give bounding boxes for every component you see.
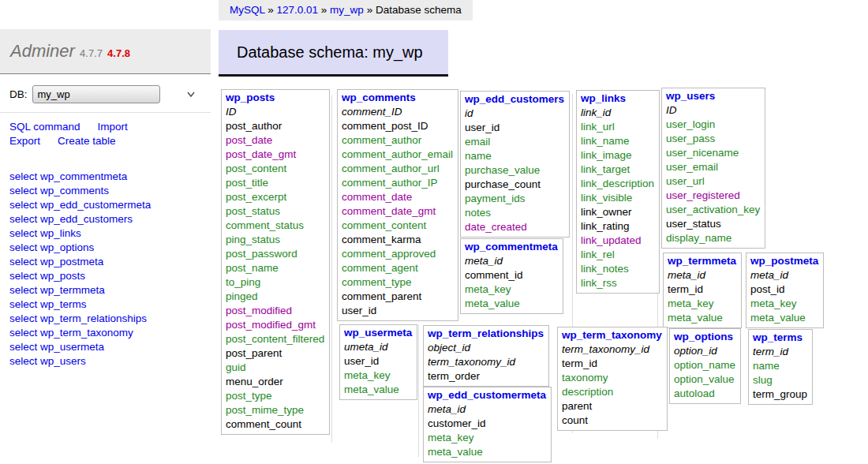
schema-column-term_id: term_id bbox=[668, 283, 736, 297]
schema-column-object_id: object_id bbox=[428, 341, 544, 355]
schema-column-meta_value: meta_value bbox=[668, 311, 736, 325]
schema-column-meta_id: meta_id bbox=[428, 402, 546, 417]
adminer-logo[interactable]: Adminer bbox=[10, 41, 75, 61]
schema-column-post_modified: post_modified bbox=[226, 304, 324, 318]
schema-column-display_name: display_name bbox=[666, 231, 760, 245]
schema-column-user_id: user_id bbox=[465, 121, 564, 135]
table-list-item: select wp_postmeta bbox=[9, 255, 211, 269]
table-list: select wp_commentmetaselect wp_commentss… bbox=[9, 170, 211, 369]
chevron-down-icon bbox=[187, 92, 195, 97]
schema-table-title-wp_commentmeta[interactable]: wp_commentmeta bbox=[465, 240, 558, 254]
schema-column-meta_key: meta_key bbox=[465, 283, 558, 297]
breadcrumb-link[interactable]: 127.0.01 bbox=[277, 4, 319, 16]
schema-table-title-wp_usermeta[interactable]: wp_usermeta bbox=[344, 326, 412, 340]
schema-table-title-wp_term_taxonomy[interactable]: wp_term_taxonomy bbox=[562, 328, 662, 342]
db-select[interactable]: my_wp bbox=[32, 85, 160, 103]
table-link-wp_posts[interactable]: wp_posts bbox=[40, 270, 85, 282]
schema-column-link_visible: link_visible bbox=[581, 191, 654, 205]
schema-column-comment_date_gmt: comment_date_gmt bbox=[342, 204, 453, 219]
table-link-wp_edd_customermeta[interactable]: wp_edd_customermeta bbox=[40, 199, 151, 211]
select-link[interactable]: select bbox=[9, 185, 37, 196]
select-link[interactable]: select bbox=[9, 170, 37, 182]
schema-column-email: email bbox=[465, 135, 564, 149]
schema-table-title-wp_links[interactable]: wp_links bbox=[581, 92, 654, 106]
schema-column-purchase_count: purchase_count bbox=[465, 178, 564, 192]
schema-column-post_id: post_id bbox=[750, 283, 818, 297]
table-list-item: select wp_options bbox=[9, 241, 211, 255]
create-table-link[interactable]: Create table bbox=[58, 135, 116, 147]
schema-column-user_email: user_email bbox=[666, 160, 760, 174]
select-link[interactable]: select bbox=[9, 270, 37, 282]
table-link-wp_users[interactable]: wp_users bbox=[40, 355, 86, 367]
breadcrumb: MySQL » 127.0.01 » my_wp » Database sche… bbox=[219, 0, 473, 21]
schema-table-wp_term_taxonomy: wp_term_taxonomyterm_taxonomy_idterm_idt… bbox=[557, 327, 668, 431]
schema-column-post_password: post_password bbox=[226, 247, 324, 261]
table-list-item: select wp_term_relationships bbox=[9, 312, 211, 326]
schema-column-user_id: user_id bbox=[344, 354, 412, 369]
table-link-wp_options[interactable]: wp_options bbox=[40, 241, 94, 253]
select-link[interactable]: select bbox=[9, 256, 37, 268]
table-link-wp_term_relationships[interactable]: wp_term_relationships bbox=[40, 312, 147, 324]
schema-table-title-wp_edd_customermeta[interactable]: wp_edd_customermeta bbox=[428, 388, 546, 402]
sql-command-link[interactable]: SQL command bbox=[9, 121, 80, 133]
schema-column-date_created: date_created bbox=[465, 220, 564, 234]
schema-table-title-wp_terms[interactable]: wp_terms bbox=[753, 331, 807, 345]
schema-column-link_rel: link_rel bbox=[581, 248, 654, 262]
select-link[interactable]: select bbox=[9, 284, 37, 296]
select-link[interactable]: select bbox=[9, 241, 37, 253]
select-link[interactable]: select bbox=[9, 341, 37, 353]
export-link[interactable]: Export bbox=[9, 135, 40, 147]
schema-column-link_owner: link_owner bbox=[581, 205, 654, 219]
schema-column-option_name: option_name bbox=[674, 358, 735, 372]
schema-column-link_image: link_image bbox=[581, 148, 654, 163]
schema-column-post_modified_gmt: post_modified_gmt bbox=[226, 318, 324, 332]
schema-table-title-wp_options[interactable]: wp_options bbox=[674, 330, 735, 344]
schema-table-title-wp_users[interactable]: wp_users bbox=[666, 89, 760, 103]
table-link-wp_postmeta[interactable]: wp_postmeta bbox=[40, 256, 103, 268]
select-link[interactable]: select bbox=[9, 199, 37, 211]
schema-column-user_pass: user_pass bbox=[666, 132, 760, 146]
table-list-item: select wp_comments bbox=[9, 184, 211, 198]
breadcrumb-link[interactable]: my_wp bbox=[330, 4, 364, 16]
relation-line bbox=[418, 324, 419, 457]
schema-column-parent: parent bbox=[562, 399, 662, 413]
table-list-item: select wp_terms bbox=[9, 297, 211, 312]
schema-column-comment_author_url: comment_author_url bbox=[342, 162, 453, 176]
table-link-wp_usermeta[interactable]: wp_usermeta bbox=[40, 341, 104, 353]
table-link-wp_term_taxonomy[interactable]: wp_term_taxonomy bbox=[40, 327, 133, 339]
table-link-wp_termmeta[interactable]: wp_termmeta bbox=[40, 284, 105, 296]
breadcrumb-separator: » bbox=[265, 4, 277, 16]
schema-column-term_group: term_group bbox=[753, 387, 807, 402]
schema-column-slug: slug bbox=[753, 373, 807, 387]
schema-column-link_rating: link_rating bbox=[581, 219, 654, 234]
schema-table-title-wp_posts[interactable]: wp_posts bbox=[226, 91, 324, 105]
select-link[interactable]: select bbox=[9, 213, 37, 225]
schema-table-title-wp_term_relationships[interactable]: wp_term_relationships bbox=[428, 327, 544, 341]
schema-column-user_url: user_url bbox=[666, 174, 760, 189]
breadcrumb-link[interactable]: MySQL bbox=[230, 4, 265, 16]
version-update-link[interactable]: 4.7.8 bbox=[107, 47, 130, 59]
schema-table-title-wp_edd_customers[interactable]: wp_edd_customers bbox=[465, 92, 564, 107]
import-link[interactable]: Import bbox=[98, 121, 128, 133]
schema-column-description: description bbox=[562, 385, 662, 399]
schema-column-meta_key: meta_key bbox=[750, 297, 818, 311]
schema-table-title-wp_termmeta[interactable]: wp_termmeta bbox=[668, 254, 736, 268]
schema-column-post_status: post_status bbox=[226, 204, 324, 219]
select-link[interactable]: select bbox=[9, 327, 37, 339]
table-link-wp_terms[interactable]: wp_terms bbox=[40, 298, 87, 310]
schema-table-wp_edd_customermeta: wp_edd_customermetameta_idcustomer_idmet… bbox=[423, 387, 552, 462]
table-link-wp_edd_customers[interactable]: wp_edd_customers bbox=[40, 213, 133, 225]
table-link-wp_comments[interactable]: wp_comments bbox=[40, 185, 109, 196]
schema-column-comment_id: comment_id bbox=[465, 268, 558, 283]
select-link[interactable]: select bbox=[9, 312, 37, 324]
schema-column-comment_post_ID: comment_post_ID bbox=[342, 119, 453, 133]
select-link[interactable]: select bbox=[9, 298, 37, 310]
select-link[interactable]: select bbox=[9, 355, 37, 367]
schema-column-meta_value: meta_value bbox=[750, 311, 818, 325]
select-link[interactable]: select bbox=[9, 227, 37, 239]
schema-table-title-wp_comments[interactable]: wp_comments bbox=[342, 91, 453, 105]
schema-column-post_author: post_author bbox=[226, 119, 324, 133]
table-link-wp_links[interactable]: wp_links bbox=[40, 227, 81, 239]
schema-table-title-wp_postmeta[interactable]: wp_postmeta bbox=[750, 254, 818, 268]
table-link-wp_commentmeta[interactable]: wp_commentmeta bbox=[40, 170, 127, 182]
